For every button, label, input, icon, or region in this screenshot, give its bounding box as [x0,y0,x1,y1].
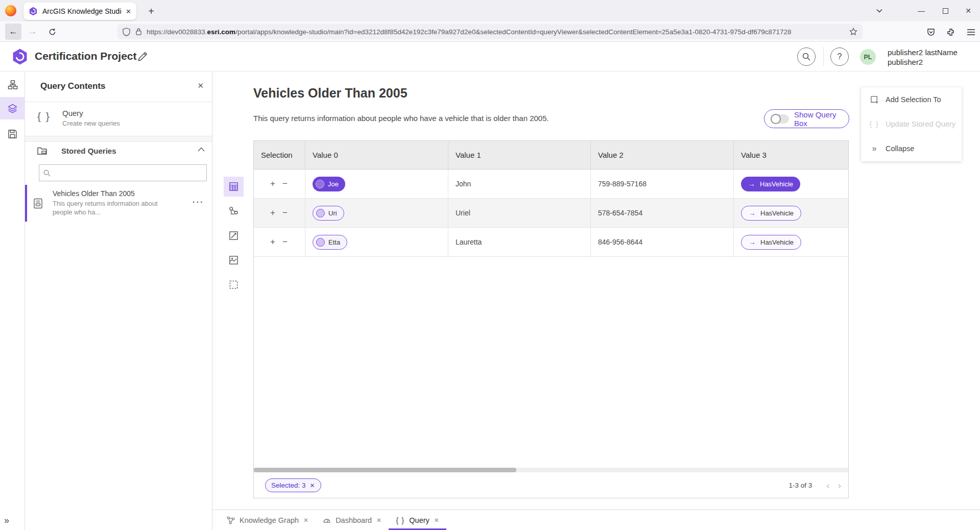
pagination-count: 1-3 of 3 [789,481,812,489]
menu-hamburger-icon[interactable] [965,26,977,38]
chart-edit-icon[interactable] [224,226,244,246]
link-chart-icon[interactable] [224,201,244,221]
tab-close-icon[interactable]: ✕ [126,8,131,15]
tab-label: Dashboard [336,516,372,524]
avatar[interactable]: PL [860,49,876,65]
stored-queries-header[interactable]: Stored Queries [25,142,212,160]
relationship-pill[interactable]: →HasVehicle [741,206,801,221]
url-bar[interactable]: https://dev0028833.esri.com/portal/apps/… [117,24,863,39]
app-logo-icon [11,48,29,65]
menu-item-label: Collapse [886,144,914,153]
add-to-selection-button[interactable]: + [270,208,275,218]
window-maximize-button[interactable] [934,0,957,21]
column-header-value3: Value 3 [734,141,848,169]
stored-queries-title: Stored Queries [61,147,116,155]
left-rail: » [0,71,25,530]
query-item[interactable]: { } Query Create new queries [25,102,212,136]
knowledge-graph-icon [227,516,235,524]
forward-button[interactable]: → [25,23,41,40]
tab-dashboard[interactable]: Dashboard ✕ [316,510,389,530]
window-close-button[interactable]: ✕ [957,0,980,21]
shield-icon[interactable] [123,28,130,36]
column-header-value0: Value 0 [305,141,448,169]
toggle-knob[interactable] [771,114,781,124]
entity-pill[interactable]: Uri [313,206,344,221]
stored-query-item[interactable]: Vehicles Older Than 2005 This query retu… [25,185,212,222]
entity-pill[interactable]: Joe [313,177,345,191]
clear-selection-icon[interactable]: ✕ [310,482,315,489]
item-options-icon[interactable] [193,196,203,206]
context-menu: Add Selection To { } Update Stored Query… [861,87,962,161]
edit-pencil-icon[interactable] [137,51,148,62]
column-header-value1: Value 1 [448,141,591,169]
firefox-icon[interactable] [5,5,16,16]
dashboard-icon [323,516,331,524]
remove-from-selection-button[interactable]: − [282,179,288,189]
app-window: ArcGIS Knowledge Studio ✕ + — ✕ ← → http… [0,0,980,530]
scrollbar-thumb[interactable] [254,468,516,472]
user-role: publisher2 [888,57,958,67]
remove-from-selection-button[interactable]: − [282,208,288,218]
pocket-icon[interactable] [925,26,937,38]
new-tab-button[interactable]: + [144,4,158,18]
tab-query[interactable]: { } Query ✕ [389,510,446,530]
braces-icon: { } [396,516,404,524]
reload-button[interactable] [44,23,60,40]
cell-phone: 578-654-7854 [591,199,734,227]
table-view-icon[interactable] [224,177,244,197]
table-header-row: Selection Value 0 Value 1 Value 2 Value … [254,141,848,170]
next-page-icon[interactable]: › [838,480,841,490]
window-minimize-button[interactable]: — [910,0,933,21]
panel-title: Query Contents [40,81,106,91]
layers-icon[interactable] [0,97,25,119]
tab-title: ArcGIS Knowledge Studio [42,7,122,15]
search-input[interactable] [54,169,202,177]
add-to-selection-button[interactable]: + [270,237,275,247]
prev-page-icon[interactable]: ‹ [826,480,829,490]
table-row: +− Uri Uriel 578-654-7854 →HasVehicle [254,199,848,228]
remove-from-selection-button[interactable]: − [282,237,288,247]
chevron-up-icon[interactable] [198,147,205,152]
select-marquee-icon[interactable] [224,275,244,295]
extensions-icon[interactable] [945,26,957,38]
panel-close-icon[interactable]: ✕ [197,81,204,90]
relationship-pill[interactable]: →HasVehicle [741,177,800,191]
entity-pill[interactable]: Etta [313,235,347,250]
map-view-icon[interactable] [224,250,244,270]
tab-close-icon[interactable]: ✕ [303,517,308,524]
selected-count-chip[interactable]: Selected: 3✕ [265,478,321,492]
stored-queries-search[interactable] [39,164,207,181]
menu-item-label: Add Selection To [886,95,941,104]
relationship-pill[interactable]: →HasVehicle [741,235,801,250]
query-item-title: Query [62,109,83,117]
back-button[interactable]: ← [5,23,21,40]
tab-label: Query [409,516,429,524]
header-divider [823,47,824,66]
save-icon[interactable] [0,123,25,145]
expand-panel-chevrons[interactable]: » [4,515,8,526]
browser-tab[interactable]: ArcGIS Knowledge Studio ✕ [23,3,136,20]
list-tabs-icon[interactable] [868,0,891,21]
query-item-subtitle: Create new queries [62,119,120,127]
menu-item-label: Update Stored Query [886,120,955,128]
query-results-table: Selection Value 0 Value 1 Value 2 Value … [253,140,849,498]
menu-item-collapse[interactable]: » Collapse [861,136,962,161]
project-title: Certification Project [35,50,137,62]
menu-item-add-selection-to[interactable]: Add Selection To [861,87,962,112]
help-button[interactable]: ? [830,47,849,66]
arrow-right-icon: → [748,180,755,188]
search-button[interactable] [797,47,816,66]
horizontal-scrollbar[interactable] [254,468,848,472]
toggle-track[interactable] [771,114,789,124]
stored-query-doc-icon [33,198,43,209]
cell-phone: 846-956-8644 [591,228,734,256]
bookmark-star-icon[interactable] [849,28,857,36]
entity-dot-icon [316,209,325,218]
lock-icon[interactable] [135,28,142,36]
tab-close-icon[interactable]: ✕ [376,517,381,524]
show-query-box-toggle[interactable]: Show Query Box [764,109,849,128]
tab-knowledge-graph[interactable]: Knowledge Graph ✕ [220,510,316,530]
tab-close-icon[interactable]: ✕ [434,517,439,524]
hierarchy-icon[interactable] [0,74,25,96]
add-to-selection-button[interactable]: + [270,179,275,189]
